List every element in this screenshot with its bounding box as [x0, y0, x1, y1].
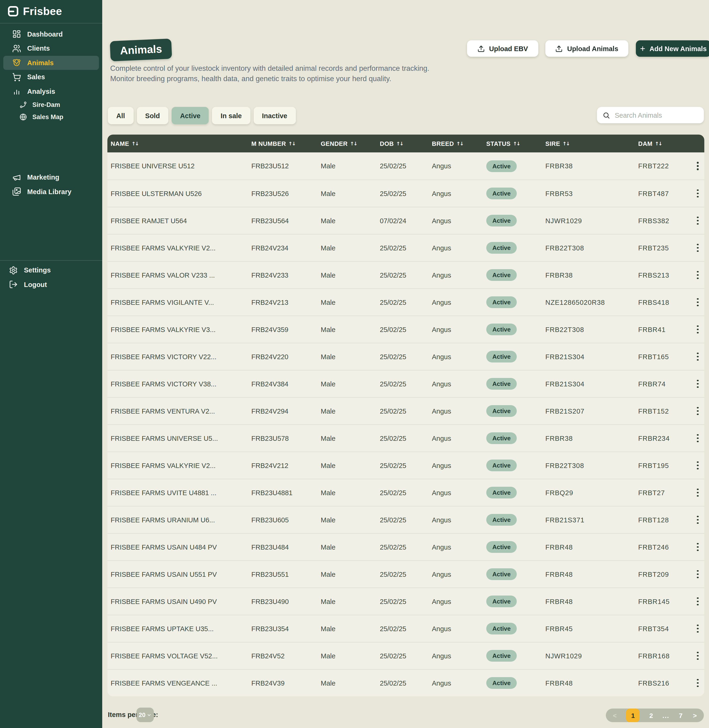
sidebar-item-logout[interactable]: Logout: [3, 277, 99, 292]
table-row[interactable]: FRISBEE FARMS VICTORY V38... FRB24V384 M…: [107, 370, 704, 397]
column-header-sire[interactable]: SIRE↑↓: [546, 140, 638, 147]
table-row[interactable]: FRISBEE FARMS VICTORY V22... FRB24V220 M…: [107, 343, 704, 370]
sidebar-item-sales-map[interactable]: Sales Map: [3, 111, 99, 123]
app-window: Frisbee Dashboard C: [0, 0, 709, 728]
row-actions-kebab-icon[interactable]: [694, 350, 702, 363]
row-actions-kebab-icon[interactable]: [694, 541, 702, 553]
animal-name: FRISBEE FARMS USAIN U551 PV: [111, 570, 251, 578]
sidebar-item-settings[interactable]: Settings: [3, 263, 99, 277]
search-box: [597, 107, 704, 123]
animal-actions-cell: [691, 595, 702, 607]
table-row[interactable]: FRISBEE FARMS VENTURA V2... FRB24V294 Ma…: [107, 397, 704, 425]
animal-m-number: FRB24V213: [251, 299, 321, 306]
sidebar-item-sales[interactable]: Sales: [3, 70, 99, 84]
animal-name: FRISBEE FARMS VALKYRIE V3...: [111, 326, 251, 333]
table-row[interactable]: FRISBEE FARMS VALKYRIE V2... FRB24V212 M…: [107, 452, 704, 479]
animal-gender: Male: [321, 652, 380, 659]
pagination-next-button[interactable]: >: [692, 712, 698, 719]
animal-dob: 25/02/25: [380, 271, 432, 279]
animal-m-number: FRB24V39: [251, 679, 321, 687]
pagination-page-1[interactable]: 1: [626, 709, 640, 722]
table-row[interactable]: FRISBEE FARMS UVITE U4881 ... FRB23U4881…: [107, 479, 704, 506]
row-actions-kebab-icon[interactable]: [694, 650, 702, 662]
sidebar-item-analysis[interactable]: Analysis: [3, 84, 99, 98]
column-header-breed[interactable]: BREED↑↓: [432, 140, 486, 147]
column-header-dob[interactable]: DOB↑↓: [380, 140, 432, 147]
items-per-page-select[interactable]: 20: [136, 708, 154, 722]
animal-gender: Male: [321, 570, 380, 578]
animal-dam: FRBT354: [638, 625, 691, 632]
animal-status-cell: Active: [486, 514, 546, 526]
sidebar-item-sire-dam[interactable]: Sire-Dam: [3, 98, 99, 111]
filter-tab-all[interactable]: All: [108, 107, 133, 124]
upload-ebv-button[interactable]: Upload EBV: [467, 40, 538, 57]
row-actions-kebab-icon[interactable]: [694, 677, 702, 689]
row-actions-kebab-icon[interactable]: [694, 378, 702, 390]
animal-m-number: FRB23U564: [251, 217, 321, 225]
logout-icon: [9, 280, 18, 289]
row-actions-kebab-icon[interactable]: [694, 568, 702, 580]
row-actions-kebab-icon[interactable]: [694, 214, 702, 227]
animal-breed: Angus: [432, 190, 486, 197]
table-row[interactable]: FRISBEE FARMS USAIN U551 PV FRB23U551 Ma…: [107, 560, 704, 588]
sidebar-item-clients[interactable]: Clients: [3, 41, 99, 55]
animal-actions-cell: [691, 650, 702, 662]
column-header-gender[interactable]: GENDER↑↓: [321, 140, 380, 147]
row-actions-kebab-icon[interactable]: [694, 432, 702, 444]
sidebar-item-marketing[interactable]: Marketing: [3, 170, 99, 184]
row-actions-kebab-icon[interactable]: [694, 486, 702, 499]
table-row[interactable]: FRISBEE FARMS VENGEANCE ... FRB24V39 Mal…: [107, 669, 704, 696]
row-actions-kebab-icon[interactable]: [694, 405, 702, 417]
status-badge: Active: [486, 432, 517, 444]
filter-tab-inactive[interactable]: Inactive: [254, 107, 296, 124]
filter-tab-active[interactable]: Active: [172, 107, 209, 124]
pagination-page-2[interactable]: 2: [648, 712, 654, 719]
table-row[interactable]: FRISBEE UNIVERSE U512 FRB23U512 Male 25/…: [107, 152, 704, 179]
animal-gender: Male: [321, 679, 380, 687]
table-row[interactable]: FRISBEE FARMS VALKYRIE V2... FRB24V234 M…: [107, 234, 704, 261]
table-row[interactable]: FRISBEE FARMS UNIVERSE U5... FRB23U578 M…: [107, 425, 704, 452]
status-badge: Active: [486, 405, 517, 417]
row-actions-kebab-icon[interactable]: [694, 323, 702, 336]
sidebar-item-media-library[interactable]: Media Library: [3, 185, 99, 198]
animal-breed: Angus: [432, 353, 486, 360]
sidebar-item-animals[interactable]: Animals: [3, 55, 99, 70]
column-header-status[interactable]: STATUS↑↓: [486, 140, 546, 147]
animal-sire: FRB21S304: [546, 353, 638, 360]
row-actions-kebab-icon[interactable]: [694, 242, 702, 254]
row-actions-kebab-icon[interactable]: [694, 187, 702, 200]
column-header-name[interactable]: NAME↑↓: [111, 140, 251, 147]
row-actions-kebab-icon[interactable]: [694, 459, 702, 471]
animal-name: FRISBEE ULSTERMAN U526: [111, 190, 251, 197]
table-row[interactable]: FRISBEE RAMJET U564 FRB23U564 Male 07/02…: [107, 207, 704, 234]
table-row[interactable]: FRISBEE FARMS USAIN U484 PV FRB23U484 Ma…: [107, 533, 704, 560]
column-header-m-number[interactable]: M NUMBER↑↓: [251, 140, 321, 147]
table-row[interactable]: FRISBEE FARMS UPTAKE U35... FRB23U354 Ma…: [107, 615, 704, 642]
table-row[interactable]: FRISBEE FARMS VOLTAGE V52... FRB24V52 Ma…: [107, 642, 704, 669]
table-row[interactable]: FRISBEE FARMS VALOR V233 ... FRB24V233 M…: [107, 261, 704, 288]
search-input[interactable]: [614, 111, 703, 119]
table-row[interactable]: FRISBEE FARMS VIGILANTE V... FRB24V213 M…: [107, 288, 704, 315]
table-row[interactable]: FRISBEE FARMS URANIUM U6... FRB23U605 Ma…: [107, 506, 704, 533]
row-actions-kebab-icon[interactable]: [694, 623, 702, 635]
table-row[interactable]: FRISBEE FARMS VALKYRIE V3... FRB24V359 M…: [107, 315, 704, 343]
add-new-animals-button[interactable]: + Add New Animals: [636, 40, 709, 57]
filter-tab-sold[interactable]: Sold: [137, 107, 168, 124]
row-actions-kebab-icon[interactable]: [694, 595, 702, 607]
filter-tab-in-sale[interactable]: In sale: [212, 107, 250, 124]
status-filter-tabs: All Sold Active In sale Inactive: [108, 107, 296, 124]
table-row[interactable]: FRISBEE ULSTERMAN U526 FRB23U526 Male 25…: [107, 179, 704, 207]
row-actions-kebab-icon[interactable]: [694, 160, 702, 172]
sidebar-item-dashboard[interactable]: Dashboard: [3, 27, 99, 41]
row-actions-kebab-icon[interactable]: [694, 514, 702, 526]
animal-m-number: FRB24V384: [251, 380, 321, 388]
row-actions-kebab-icon[interactable]: [694, 296, 702, 308]
row-actions-kebab-icon[interactable]: [694, 269, 702, 281]
status-badge: Active: [486, 623, 517, 635]
column-header-dam[interactable]: DAM↑↓: [638, 140, 691, 147]
pagination-page-7[interactable]: 7: [678, 712, 683, 719]
upload-animals-button[interactable]: Upload Animals: [546, 40, 628, 57]
table-row[interactable]: FRISBEE FARMS USAIN U490 PV FRB23U490 Ma…: [107, 588, 704, 615]
pagination-prev-button[interactable]: <: [612, 712, 617, 719]
animal-actions-cell: [691, 405, 702, 417]
